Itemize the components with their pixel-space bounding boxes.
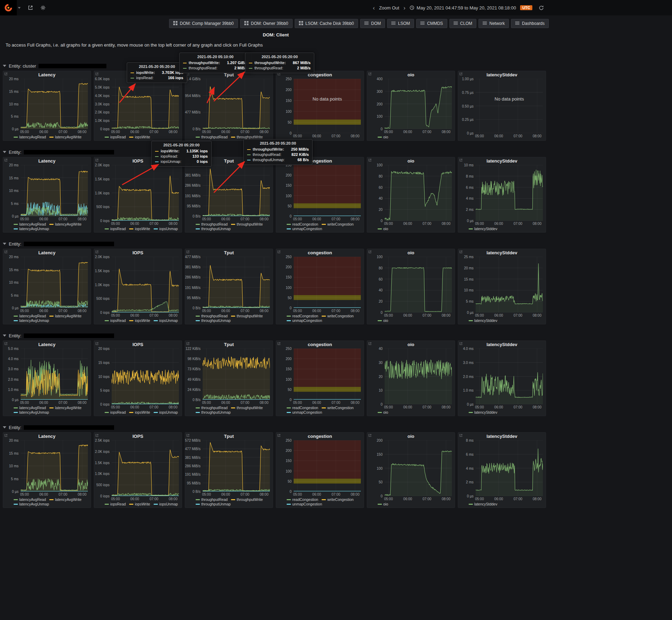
dash-link-button[interactable]: DOM (360, 19, 385, 28)
plot-canvas[interactable] (21, 79, 88, 129)
panel-links-icon[interactable] (95, 434, 99, 437)
legend-item[interactable]: oio (378, 410, 388, 414)
legend-item[interactable]: throughputWrite (231, 406, 263, 410)
plot-canvas[interactable] (203, 165, 270, 216)
panel-links-icon[interactable] (368, 250, 372, 254)
legend-item[interactable]: throughputRead (196, 135, 227, 139)
legend-item[interactable]: throughputWrite (231, 222, 263, 226)
panel-links-icon[interactable] (95, 72, 99, 76)
legend-item[interactable]: throughputWrite (231, 135, 263, 139)
legend-item[interactable]: throughputUnmap (196, 502, 231, 506)
legend-item[interactable]: latencyAvgWrite (49, 135, 81, 139)
plot-canvas[interactable] (203, 257, 270, 308)
panel-links-icon[interactable] (4, 434, 8, 437)
plot-canvas[interactable] (385, 349, 452, 404)
legend-item[interactable]: iopsRead (105, 227, 126, 231)
legend-item[interactable]: iopsWrite (129, 227, 150, 231)
plot-canvas[interactable] (294, 165, 361, 216)
panel-links-icon[interactable] (95, 250, 99, 254)
plot-canvas[interactable] (476, 257, 543, 312)
panel-links-icon[interactable] (95, 342, 99, 345)
legend-item[interactable]: iopsRead (105, 318, 126, 323)
plot-canvas[interactable] (385, 440, 452, 496)
legend-item[interactable]: throughputUnmap (196, 410, 231, 414)
legend-item[interactable]: latencyAvgUnmap (14, 502, 49, 506)
legend-item[interactable]: iopsRead (105, 410, 126, 414)
plot-canvas[interactable] (385, 257, 452, 312)
panel-links-icon[interactable] (277, 250, 281, 254)
legend-item[interactable]: iopsWrite (129, 135, 150, 139)
legend-item[interactable]: writeCongestion (322, 314, 354, 318)
legend-item[interactable]: writeCongestion (322, 497, 354, 502)
panel-links-icon[interactable] (277, 342, 281, 345)
panel-links-icon[interactable] (368, 72, 372, 76)
chevron-right-icon[interactable]: › (404, 5, 406, 11)
legend-item[interactable]: iopsRead (105, 135, 126, 139)
legend-item[interactable]: latencyStddev (469, 227, 497, 231)
plot-canvas[interactable] (112, 257, 179, 312)
plot-canvas[interactable] (294, 257, 361, 308)
dash-link-button[interactable]: DOM: Owner 39bb0 (240, 19, 293, 28)
legend-item[interactable]: writeCongestion (322, 222, 354, 226)
entity-header[interactable]: Entity: (3, 424, 549, 431)
legend-item[interactable]: latencyAvgWrite (49, 406, 81, 410)
plot-canvas[interactable] (476, 440, 543, 496)
legend-item[interactable]: unmapCongestion (287, 410, 322, 414)
plot-canvas[interactable] (21, 257, 88, 308)
dash-link-button[interactable]: CLOM (449, 19, 477, 28)
legend-item[interactable]: iopsUnmap (154, 410, 178, 414)
legend-item[interactable]: latencyAvgWrite (49, 497, 81, 502)
panel-links-icon[interactable] (186, 434, 190, 437)
gear-icon[interactable] (40, 5, 46, 11)
chevron-left-icon[interactable]: ‹ (373, 5, 375, 11)
legend-item[interactable]: latencyAvgUnmap (14, 410, 49, 414)
legend-item[interactable]: iopsUnmap (154, 318, 178, 323)
legend-item[interactable]: iopsWrite (129, 410, 150, 414)
legend-item[interactable]: throughputRead (196, 406, 227, 410)
dash-link-button[interactable]: LSOM: Cache Disk 39bb0 (295, 19, 358, 28)
panel-links-icon[interactable] (459, 158, 463, 162)
panel-links-icon[interactable] (4, 158, 8, 162)
legend-item[interactable]: oio (378, 502, 388, 506)
legend-item[interactable]: throughputRead (196, 314, 227, 318)
refresh-icon[interactable] (539, 5, 544, 11)
legend-item[interactable]: readCongestion (287, 314, 318, 318)
dash-link-button[interactable]: CMMDS (416, 19, 447, 28)
plot-canvas[interactable] (476, 349, 543, 404)
legend-item[interactable]: iopsRead (105, 502, 126, 506)
legend-item[interactable]: throughputRead (196, 222, 227, 226)
legend-item[interactable]: latencyAvgRead (14, 222, 46, 226)
panel-links-icon[interactable] (4, 342, 8, 345)
panel-links-icon[interactable] (459, 250, 463, 254)
entity-header[interactable]: Entity: (3, 332, 549, 339)
plot-canvas[interactable] (385, 79, 452, 129)
legend-item[interactable]: oio (378, 135, 388, 139)
plot-canvas[interactable] (112, 349, 179, 404)
panel-links-icon[interactable] (186, 250, 190, 254)
legend-item[interactable]: latencyAvgRead (14, 314, 46, 318)
dash-link-button[interactable]: DOM: Comp Manager 39bb0 (169, 19, 238, 28)
plot-canvas[interactable] (203, 349, 270, 400)
plot-canvas[interactable] (476, 165, 543, 221)
legend-item[interactable]: latencyAvgWrite (49, 222, 81, 226)
grafana-logo[interactable] (0, 0, 17, 15)
entity-header[interactable]: Entity: (3, 240, 549, 247)
plot-canvas[interactable] (112, 79, 179, 129)
legend-item[interactable]: latencyStddev (469, 318, 497, 323)
chevron-down-icon[interactable] (18, 7, 21, 9)
legend-item[interactable]: throughputUnmap (196, 227, 231, 231)
legend-item[interactable]: iopsWrite (129, 318, 150, 323)
legend-item[interactable]: unmapCongestion (287, 502, 322, 506)
plot-canvas[interactable] (294, 440, 361, 491)
plot-canvas[interactable] (112, 440, 179, 496)
panel-links-icon[interactable] (4, 72, 8, 76)
plot-canvas[interactable] (21, 165, 88, 216)
legend-item[interactable]: iopsUnmap (154, 502, 178, 506)
plot-canvas[interactable] (203, 440, 270, 491)
panel-links-icon[interactable] (277, 434, 281, 437)
plot-canvas[interactable]: No data points (294, 79, 361, 133)
time-range-picker[interactable]: May 20, 2021 04:47:59 to May 20, 2021 08… (410, 5, 516, 11)
legend-item[interactable]: readCongestion (287, 406, 318, 410)
legend-item[interactable]: latencyAvgRead (14, 497, 46, 502)
legend-item[interactable]: latencyStddev (469, 410, 497, 414)
